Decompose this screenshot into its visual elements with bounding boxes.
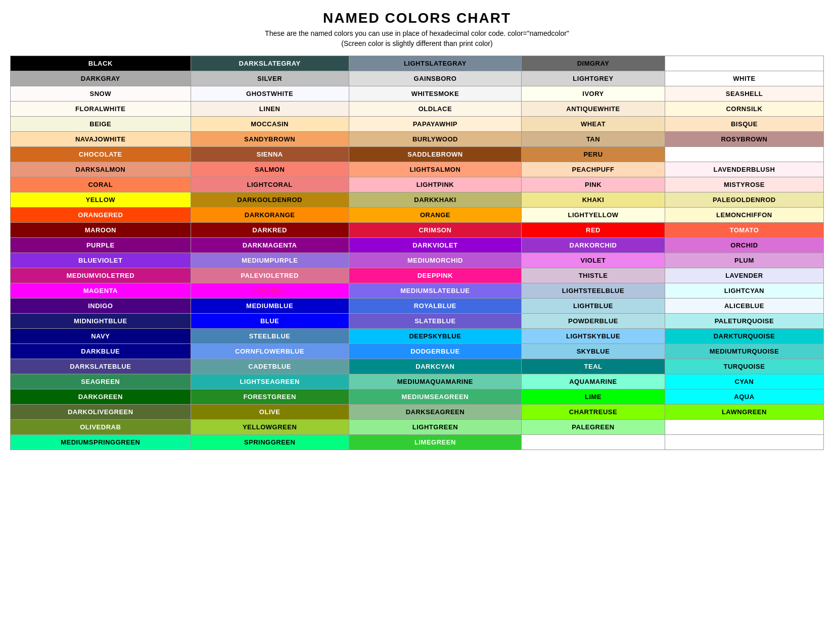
color-cell: CORNSILK [665,102,823,117]
color-cell: SANDYBROWN [191,132,349,147]
color-cell: MEDIUMSEAGREEN [349,389,522,405]
color-cell: AQUAMARINE [522,374,665,389]
color-cell: CADETBLUE [191,359,349,374]
table-row: MAROONDARKREDCRIMSONREDTOMATO [11,223,824,238]
color-cell: DARKORCHID [522,238,665,253]
color-cell: WHITESMOKE [349,86,522,102]
color-cell: POWDERBLUE [522,314,665,329]
color-cell: MIDNIGHTBLUE [11,314,191,329]
subtitle1: These are the named colors you can use i… [10,29,824,37]
color-cell: CHARTREUSE [522,405,665,420]
color-cell: SEAGREEN [11,374,191,389]
color-cell: SALMON [191,162,349,177]
table-row: DARKSLATEBLUECADETBLUEDARKCYANTEALTURQUO… [11,359,824,374]
color-cell: DEEPSKYBLUE [349,329,522,344]
color-cell: PURPLE [11,238,191,253]
color-cell: CHOCOLATE [11,147,191,162]
color-cell: PLUM [665,253,823,268]
color-cell: IVORY [522,86,665,102]
color-cell: MEDIUMBLUE [191,299,349,314]
color-cell: LIGHTSTEELBLUE [522,283,665,299]
color-cell: THISTLE [522,268,665,283]
color-cell: DIMGRAY [522,56,665,71]
color-cell: DARKCYAN [349,359,522,374]
color-cell [665,147,823,162]
table-row: BEIGEMOCCASINPAPAYAWHIPWHEATBISQUE [11,117,824,132]
color-cell: DARKOLIVEGREEN [11,405,191,420]
color-cell: LIGHTSEAGREEN [191,374,349,389]
color-cell: LIGHTSALMON [349,162,522,177]
color-cell: PINK [522,177,665,192]
color-cell: BLUE [191,314,349,329]
table-row: ORANGEREDDARKORANGEORANGELIGHTYELLOWLEMO… [11,208,824,223]
color-cell: TAN [522,132,665,147]
color-cell: MEDIUMSPRINGGREEN [11,435,191,450]
color-cell: SEASHELL [665,86,823,102]
color-cell: PERU [522,147,665,162]
color-cell: DARKSALMON [11,162,191,177]
color-cell: BLACK [11,56,191,71]
color-cell: MEDIUMPURPLE [191,253,349,268]
color-cell: ROYALBLUE [349,299,522,314]
color-cell: NAVAJOWHITE [11,132,191,147]
table-row: MEDIUMSPRINGGREENSPRINGGREENLIMEGREEN [11,435,824,450]
color-cell: RED [522,223,665,238]
color-cell: ORANGERED [11,208,191,223]
table-row: BLUEVIOLETMEDIUMPURPLEMEDIUMORCHIDVIOLET… [11,253,824,268]
color-cell: SKYBLUE [522,344,665,359]
color-cell: TEAL [522,359,665,374]
table-row: MIDNIGHTBLUEBLUESLATEBLUEPOWDERBLUEPALET… [11,314,824,329]
color-cell: DARKRED [191,223,349,238]
color-cell: FORESTGREEN [191,389,349,405]
color-cell: LIMEGREEN [349,435,522,450]
color-cell: SNOW [11,86,191,102]
color-cell: DARKTURQUOISE [665,329,823,344]
color-cell: LINEN [191,102,349,117]
color-cell: YELLOW [11,192,191,208]
table-row: DARKGRAYSILVERGAINSBOROLIGHTGREYWHITE [11,71,824,86]
color-cell: LEMONCHIFFON [665,208,823,223]
color-cell: DEEPPINK [349,268,522,283]
table-row: DARKSALMONSALMONLIGHTSALMONPEACHPUFFLAVE… [11,162,824,177]
color-cell: LAWNGREEN [665,405,823,420]
subtitle2: (Screen color is slightly different than… [10,39,824,47]
color-cell: PEACHPUFF [522,162,665,177]
color-cell: LIME [522,389,665,405]
color-cell: FUCHSIA [191,283,349,299]
color-cell: CYAN [665,374,823,389]
color-cell: DARKGOLDENROD [191,192,349,208]
color-cell: SPRINGGREEN [191,435,349,450]
table-row: SEAGREENLIGHTSEAGREENMEDIUMAQUAMARINEAQU… [11,374,824,389]
color-cell: OLIVE [191,405,349,420]
color-cell: SADDLEBROWN [349,147,522,162]
color-cell: LIGHTYELLOW [522,208,665,223]
color-cell: DARKSLATEBLUE [11,359,191,374]
color-cell: DARKBLUE [11,344,191,359]
table-row: DARKGREENFORESTGREENMEDIUMSEAGREENLIMEAQ… [11,389,824,405]
color-cell: PALEVIOLETRED [191,268,349,283]
color-cell: MEDIUMAQUAMARINE [349,374,522,389]
table-row: PURPLEDARKMAGENTADARKVIOLETDARKORCHIDORC… [11,238,824,253]
table-row: SNOWGHOSTWHITEWHITESMOKEIVORYSEASHELL [11,86,824,102]
color-cell: TURQUOISE [665,359,823,374]
color-cell: MEDIUMTURQUOISE [665,344,823,359]
table-row: INDIGOMEDIUMBLUEROYALBLUELIGHTBLUEALICEB… [11,299,824,314]
color-cell: CRIMSON [349,223,522,238]
color-cell: NAVY [11,329,191,344]
color-cell: LIGHTSKYBLUE [522,329,665,344]
color-cell: VIOLET [522,253,665,268]
color-cell: YELLOWGREEN [191,420,349,435]
table-row: FLORALWHITELINENOLDLACEANTIQUEWHITECORNS… [11,102,824,117]
color-cell: ORANGE [349,208,522,223]
table-row: MEDIUMVIOLETREDPALEVIOLETREDDEEPPINKTHIS… [11,268,824,283]
color-cell: DARKSLATEGRAY [191,56,349,71]
color-cell: OLIVEDRAB [11,420,191,435]
color-cell [665,420,823,435]
color-cell: OLDLACE [349,102,522,117]
color-cell: PAPAYAWHIP [349,117,522,132]
color-cell: DARKSEAGREEN [349,405,522,420]
color-cell: PALEGREEN [522,420,665,435]
table-row: DARKOLIVEGREENOLIVEDARKSEAGREENCHARTREUS… [11,405,824,420]
table-row: YELLOWDARKGOLDENRODDARKKHAKIKHAKIPALEGOL… [11,192,824,208]
color-cell: GHOSTWHITE [191,86,349,102]
